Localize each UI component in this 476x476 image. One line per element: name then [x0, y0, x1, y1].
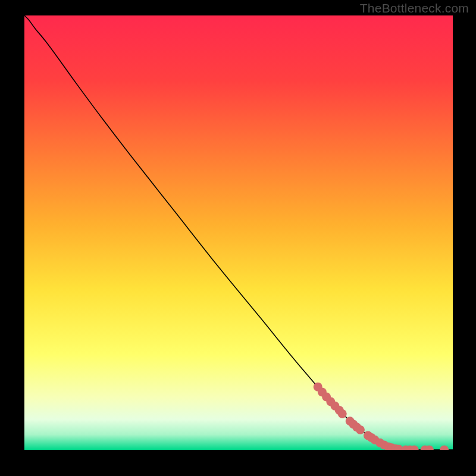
- plot-area: [24, 15, 453, 450]
- plot-svg: [24, 15, 453, 450]
- data-marker: [356, 425, 365, 434]
- watermark-text: TheBottleneck.com: [360, 1, 469, 15]
- gradient-background: [24, 15, 453, 450]
- data-marker: [338, 409, 347, 418]
- chart-stage: TheBottleneck.com: [0, 0, 476, 476]
